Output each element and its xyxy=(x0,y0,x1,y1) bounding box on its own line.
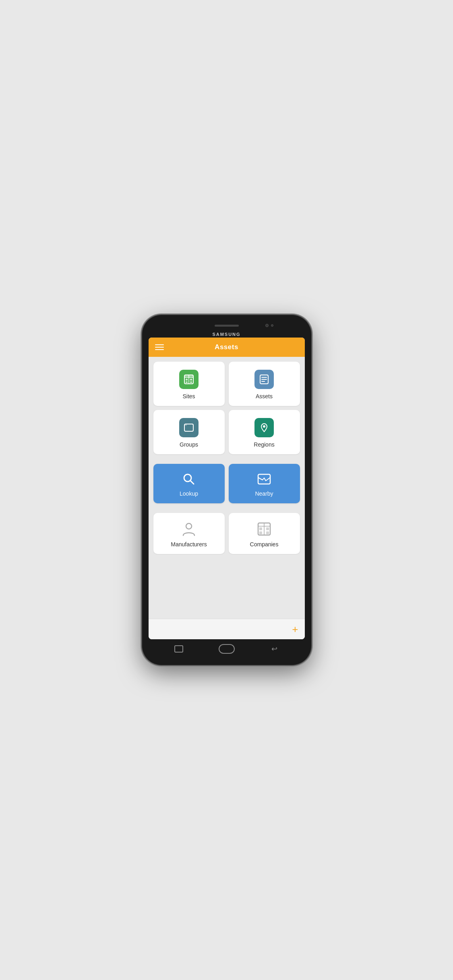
phone-bottom-nav xyxy=(149,639,305,659)
assets-icon xyxy=(259,374,270,385)
companies-tile[interactable]: Companies xyxy=(229,513,300,554)
page-title: Assets xyxy=(215,343,238,351)
nearby-icon xyxy=(257,472,271,486)
assets-label: Assets xyxy=(256,393,273,399)
phone-device: SAMSUNG Assets xyxy=(142,315,311,665)
phone-top-bar: SAMSUNG xyxy=(149,321,305,338)
svg-line-15 xyxy=(190,481,194,484)
phone-recents-button[interactable] xyxy=(174,645,183,653)
app-content: Sites Assets xyxy=(149,357,305,619)
tile-row-3: Lookup Nearby xyxy=(153,464,300,503)
sites-icon-box xyxy=(179,370,199,389)
manufacturers-tile[interactable]: Manufacturers xyxy=(153,513,225,554)
phone-brand: SAMSUNG xyxy=(212,332,240,337)
svg-rect-23 xyxy=(259,531,262,534)
tile-row-2: Groups Regions xyxy=(153,410,300,454)
lookup-icon xyxy=(182,472,196,486)
assets-icon-box xyxy=(254,370,274,389)
svg-rect-6 xyxy=(186,381,188,383)
nearby-tile[interactable]: Nearby xyxy=(229,464,300,503)
app-header: Assets xyxy=(149,338,305,357)
lookup-label: Lookup xyxy=(180,490,198,497)
phone-camera-right xyxy=(271,324,273,327)
tile-row-4: Manufacturers Companies xyxy=(153,513,300,554)
svg-rect-4 xyxy=(186,379,188,381)
manufacturers-icon xyxy=(181,521,197,537)
svg-rect-21 xyxy=(259,527,262,530)
add-button[interactable]: + xyxy=(292,624,298,634)
sites-label: Sites xyxy=(182,393,195,399)
svg-rect-24 xyxy=(266,531,269,534)
groups-icon xyxy=(183,422,194,433)
companies-label: Companies xyxy=(250,541,279,548)
svg-rect-22 xyxy=(266,527,269,530)
assets-tile[interactable]: Assets xyxy=(229,362,300,406)
svg-rect-7 xyxy=(190,381,192,383)
phone-speaker xyxy=(215,325,239,327)
regions-icon-box xyxy=(254,418,274,437)
svg-rect-5 xyxy=(190,379,192,381)
phone-camera-left xyxy=(265,324,269,327)
sites-tile[interactable]: Sites xyxy=(153,362,225,406)
spacer-2 xyxy=(153,507,300,509)
phone-home-button[interactable] xyxy=(219,644,235,654)
phone-back-button[interactable] xyxy=(270,645,279,653)
tile-row-1: Sites Assets xyxy=(153,362,300,406)
bottom-bar: + xyxy=(149,619,305,639)
spacer-1 xyxy=(153,458,300,460)
hamburger-line-2 xyxy=(155,347,164,348)
groups-icon-box xyxy=(179,418,199,437)
groups-tile[interactable]: Groups xyxy=(153,410,225,454)
hamburger-line-3 xyxy=(155,349,164,350)
regions-label: Regions xyxy=(254,441,274,448)
lookup-tile[interactable]: Lookup xyxy=(153,464,225,503)
svg-point-13 xyxy=(263,425,265,428)
regions-icon xyxy=(259,422,270,433)
hamburger-line-1 xyxy=(155,344,164,345)
regions-tile[interactable]: Regions xyxy=(229,410,300,454)
groups-label: Groups xyxy=(180,441,198,448)
manufacturers-label: Manufacturers xyxy=(171,541,207,548)
phone-screen: Assets xyxy=(149,338,305,639)
companies-icon xyxy=(256,521,272,537)
sites-icon xyxy=(183,374,194,385)
nearby-label: Nearby xyxy=(255,490,273,497)
hamburger-menu-button[interactable] xyxy=(155,344,164,350)
svg-point-17 xyxy=(186,523,192,529)
